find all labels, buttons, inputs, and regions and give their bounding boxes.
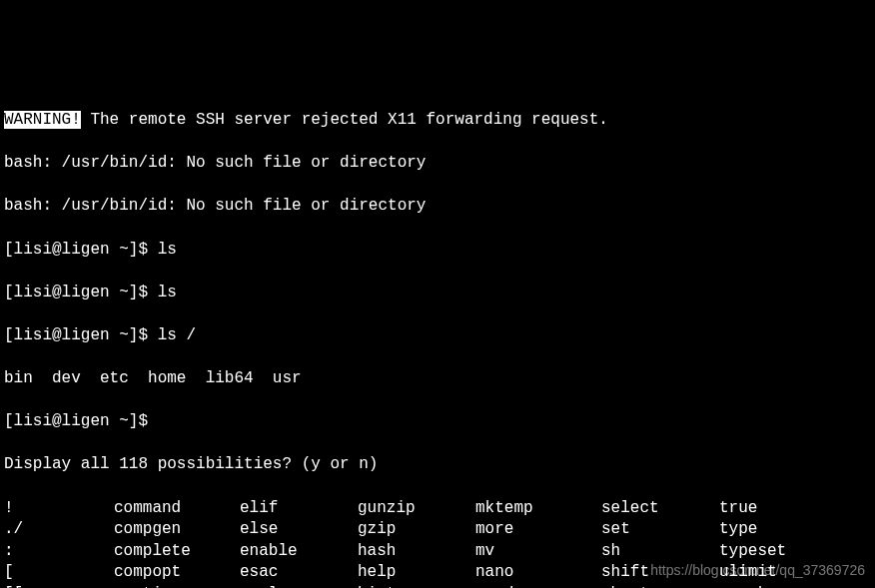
command-line: [lisi@ligen ~]$ ls: [4, 240, 871, 262]
completion-item: :: [4, 541, 114, 563]
watermark-text: https://blog.csdn.net/qq_37369726: [650, 561, 865, 580]
completion-item: shopt: [601, 584, 719, 588]
completion-item: esac: [240, 562, 358, 584]
prompt: [lisi@ligen ~]$: [4, 241, 158, 259]
warning-label: WARNING!: [4, 111, 81, 129]
completion-item: [: [4, 562, 114, 584]
command-text: ls: [158, 284, 177, 301]
completion-item: enable: [240, 541, 358, 563]
command-text: ls /: [158, 326, 196, 344]
completion-item: compopt: [114, 562, 240, 584]
command-text: ls: [158, 241, 177, 259]
warning-message: The remote SSH server rejected X11 forwa…: [81, 111, 608, 129]
error-line: bash: /usr/bin/id: No such file or direc…: [4, 196, 871, 218]
warning-line: WARNING! The remote SSH server rejected …: [4, 110, 871, 132]
prompt: [lisi@ligen ~]$: [4, 412, 158, 430]
completion-item: nano: [475, 562, 601, 584]
completion-item: continue: [114, 584, 240, 588]
completion-item: popd: [475, 584, 601, 588]
completion-row: !commandelifgunzipmktempselecttrue: [4, 498, 871, 520]
terminal-output[interactable]: WARNING! The remote SSH server rejected …: [4, 88, 871, 588]
completion-item: compgen: [114, 519, 240, 541]
completion-question: Display all 118 possibilities? (y or n): [4, 454, 871, 476]
completion-item: more: [475, 519, 601, 541]
completion-item: set: [601, 519, 719, 541]
command-line[interactable]: [lisi@ligen ~]$: [4, 411, 871, 433]
completion-item: ./: [4, 519, 114, 541]
completion-row: ./compgenelsegzipmoresettype: [4, 519, 871, 541]
completion-item: history: [358, 584, 475, 588]
completion-item: true: [719, 498, 757, 520]
command-line: [lisi@ligen ~]$ ls /: [4, 325, 871, 347]
completion-item: typeset: [719, 541, 786, 563]
completion-item: eval: [240, 584, 358, 588]
ls-output: bin dev etc home lib64 usr: [4, 368, 871, 390]
completion-item: select: [601, 498, 719, 520]
completion-item: gunzip: [358, 498, 475, 520]
completion-item: !: [4, 498, 114, 520]
completion-item: umask: [719, 584, 767, 588]
error-line: bash: /usr/bin/id: No such file or direc…: [4, 153, 871, 175]
completion-item: mv: [475, 541, 601, 563]
completion-item: help: [358, 562, 475, 584]
completion-item: gzip: [358, 519, 475, 541]
command-line: [lisi@ligen ~]$ ls: [4, 283, 871, 304]
prompt: [lisi@ligen ~]$: [4, 284, 158, 301]
completion-item: mktemp: [475, 498, 601, 520]
completion-row: :completeenablehashmvshtypeset: [4, 541, 871, 563]
prompt: [lisi@ligen ~]$: [4, 326, 158, 344]
completion-row: [[continueevalhistorypopdshoptumask: [4, 584, 871, 588]
completion-item: elif: [240, 498, 358, 520]
completion-item: else: [240, 519, 358, 541]
completion-item: type: [719, 519, 757, 541]
completion-item: sh: [601, 541, 719, 563]
completion-item: complete: [114, 541, 240, 563]
completion-item: [[: [4, 584, 114, 588]
completion-item: command: [114, 498, 240, 520]
completion-item: hash: [358, 541, 475, 563]
